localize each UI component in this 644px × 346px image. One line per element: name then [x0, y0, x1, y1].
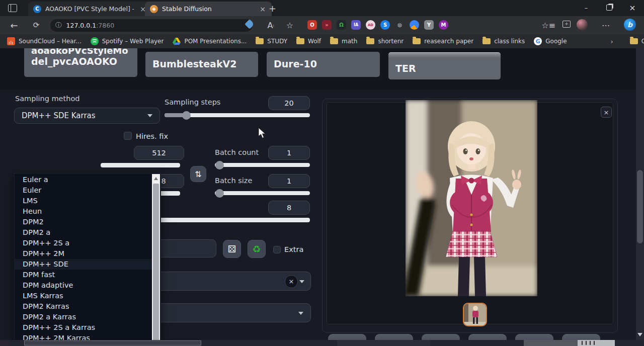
- site-info-icon[interactable]: ⓘ: [55, 21, 62, 30]
- extension-pin-icon[interactable]: ◎: [395, 20, 405, 30]
- back-icon[interactable]: ←: [7, 20, 21, 31]
- bookmark-google[interactable]: GGoogle: [534, 37, 567, 45]
- width-slider[interactable]: [101, 163, 180, 167]
- swap-dimensions-button[interactable]: ⇅: [190, 166, 206, 182]
- dropdown-scrollbar[interactable]: [152, 174, 160, 346]
- strip-segment: [578, 340, 615, 346]
- folder-icon: [296, 38, 304, 44]
- bookmark-soundcloud[interactable]: ılıSoundCloud – Hear...: [7, 37, 82, 45]
- sampler-option[interactable]: LMS: [15, 196, 159, 206]
- extension-ad-icon[interactable]: AD: [366, 20, 375, 30]
- extension-shazam-icon[interactable]: S: [380, 20, 390, 30]
- batch-size-input[interactable]: 1: [268, 174, 310, 188]
- batch-count-slider-handle[interactable]: [215, 161, 224, 169]
- close-preview-button[interactable]: ×: [601, 107, 612, 118]
- bookmark-spotify[interactable]: Spotify – Web Player: [91, 37, 164, 45]
- collections-icon[interactable]: +: [562, 21, 571, 28]
- bookmark-research-folder[interactable]: reasearch paper: [413, 38, 473, 45]
- extension-alien-icon[interactable]: Ω: [337, 20, 346, 30]
- bing-chat-icon[interactable]: b: [624, 19, 636, 31]
- extension-fastforward-icon[interactable]: »: [322, 20, 332, 30]
- page-scroll-down-icon[interactable]: [637, 333, 642, 336]
- extension-ia-icon[interactable]: IA: [351, 20, 361, 30]
- sampler-option[interactable]: DPM fast: [15, 270, 159, 280]
- model-card[interactable]: aoaokoPVcStyleMo del_pvcAOAOKO: [24, 48, 137, 77]
- scroll-up-icon[interactable]: [154, 177, 158, 180]
- folder-icon: [366, 38, 374, 44]
- sampler-option[interactable]: DPM adaptive: [15, 280, 159, 291]
- chevron-down-icon: [147, 114, 152, 117]
- reuse-seed-recycle-button[interactable]: ♻: [248, 240, 266, 258]
- settings-dots-icon[interactable]: ⋯: [599, 21, 613, 30]
- sampler-option[interactable]: LMS Karras: [15, 291, 159, 301]
- profile-avatar[interactable]: [577, 19, 588, 30]
- random-seed-dice-button[interactable]: ⚄: [223, 240, 241, 258]
- new-tab-button[interactable]: +: [269, 3, 276, 14]
- folder-icon: [256, 38, 264, 44]
- workspaces-icon[interactable]: [8, 4, 17, 12]
- bookmarks-overflow-chevron[interactable]: ›: [611, 38, 613, 45]
- extra-seed-checkbox[interactable]: [273, 246, 281, 253]
- window-minimize-button[interactable]: –: [575, 0, 598, 15]
- generated-image[interactable]: [406, 100, 537, 296]
- model-card-selected[interactable]: TER: [388, 52, 501, 79]
- sampler-option[interactable]: DPM2 Karras: [15, 301, 159, 312]
- sampling-steps-input[interactable]: 20: [268, 96, 310, 110]
- bookmark-wolf-folder[interactable]: Wolf: [296, 38, 321, 45]
- sampler-option[interactable]: Heun: [15, 206, 159, 217]
- sampling-method-select[interactable]: DPM++ SDE Karras: [14, 108, 160, 124]
- bookmark-math-folder[interactable]: math: [330, 38, 357, 45]
- cfg-scale-input[interactable]: 8: [268, 201, 310, 215]
- tab-civitai[interactable]: C AOAOKO [PVC Style Model] - PV ×: [28, 2, 152, 16]
- civitai-favicon: C: [33, 5, 41, 13]
- sampler-option[interactable]: DPM2 a: [15, 227, 159, 238]
- favorites-menu-icon[interactable]: ☆≡: [541, 21, 555, 30]
- bookmark-shortenr-folder[interactable]: shortenr: [366, 38, 404, 45]
- model-card[interactable]: Dure-10: [267, 52, 380, 77]
- output-panel: ×: [322, 99, 618, 333]
- sampler-option[interactable]: DPM2: [15, 217, 159, 227]
- gallery-thumbnail-selected[interactable]: [463, 303, 487, 326]
- read-aloud-icon[interactable]: A⁾: [264, 21, 278, 30]
- sampler-option[interactable]: Euler: [15, 185, 159, 196]
- favorite-star-icon[interactable]: ☆: [283, 21, 297, 30]
- spotify-icon: [91, 37, 99, 45]
- batch-size-slider[interactable]: [215, 191, 310, 195]
- page-scrollbar[interactable]: [636, 48, 644, 346]
- window-restore-button[interactable]: [598, 0, 621, 15]
- extension-m-icon[interactable]: M: [439, 20, 448, 30]
- model-card[interactable]: BumblesteakV2: [145, 52, 258, 77]
- batch-count-slider[interactable]: [215, 163, 310, 167]
- clear-styles-icon[interactable]: ×: [285, 275, 298, 288]
- chevron-down-icon[interactable]: [298, 312, 303, 315]
- bookmark-classlinks-folder[interactable]: class links: [482, 38, 525, 45]
- sampler-option[interactable]: DPM++ 2S a: [15, 238, 159, 248]
- refresh-icon[interactable]: ⟳: [29, 21, 43, 30]
- tab-stable-diffusion[interactable]: ◈ Stable Diffusion ×: [145, 2, 272, 16]
- horizontal-scrollbar-thumb[interactable]: [24, 340, 201, 345]
- extension-o-icon[interactable]: O: [307, 20, 317, 30]
- chevron-down-icon[interactable]: [299, 280, 304, 283]
- sampler-option[interactable]: DPM++ 2S a Karras: [15, 322, 159, 333]
- extension-globe-icon[interactable]: [410, 20, 419, 30]
- page-scrollbar-thumb[interactable]: [637, 170, 643, 243]
- extension-y-icon[interactable]: Y: [424, 20, 434, 30]
- tab-close-icon[interactable]: ×: [259, 5, 267, 13]
- other-favorites[interactable]: Other favorites: [630, 38, 644, 45]
- dropdown-scrollbar-thumb[interactable]: [153, 184, 159, 346]
- hires-fix-checkbox[interactable]: [124, 132, 132, 140]
- bookmarks-bar: ılıSoundCloud – Hear... Spotify – Web Pl…: [0, 34, 644, 48]
- sampler-option[interactable]: Euler a: [15, 175, 159, 185]
- sampler-option-hovered[interactable]: DPM++ SDE: [15, 259, 159, 270]
- bookmark-pom[interactable]: POM Presentations...: [173, 38, 247, 45]
- bookmark-study-folder[interactable]: STUDY: [256, 38, 287, 45]
- google-drive-icon: [173, 38, 181, 45]
- sampling-steps-slider-handle[interactable]: [182, 111, 191, 120]
- window-close-button[interactable]: ×: [621, 0, 644, 15]
- batch-count-input[interactable]: 1: [268, 146, 310, 160]
- sampler-option[interactable]: DPM++ 2M: [15, 248, 159, 259]
- batch-size-slider-handle[interactable]: [215, 189, 224, 198]
- width-input[interactable]: 512: [134, 146, 184, 160]
- sampler-option[interactable]: DPM2 a Karras: [15, 312, 159, 322]
- address-bar[interactable]: ⓘ 127.0.0.1 :7860: [50, 19, 253, 32]
